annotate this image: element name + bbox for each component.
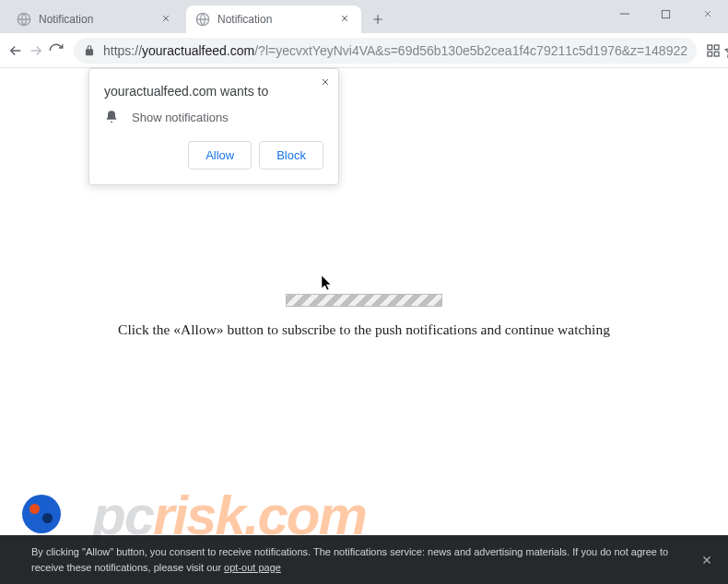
browser-tab-active[interactable]: Notification xyxy=(186,6,361,33)
back-button[interactable] xyxy=(7,37,24,64)
page-content: youractualfeed.com wants to Show notific… xyxy=(0,68,728,584)
extensions-button[interactable] xyxy=(706,38,721,64)
url-host: youractualfeed.com xyxy=(142,43,254,58)
bell-icon xyxy=(104,110,132,124)
forward-button[interactable] xyxy=(28,37,44,64)
browser-toolbar: https://youractualfeed.com/?l=yecvxtYeyN… xyxy=(0,33,728,68)
svg-rect-6 xyxy=(714,52,719,56)
svg-rect-4 xyxy=(714,45,719,50)
progress-bar xyxy=(286,294,442,307)
browser-tab-strip: Notification Notification xyxy=(0,0,728,33)
cursor-icon xyxy=(321,274,334,293)
reload-button[interactable] xyxy=(48,37,65,64)
new-tab-button[interactable] xyxy=(365,6,391,32)
block-button[interactable]: Block xyxy=(259,141,323,169)
window-minimize-button[interactable] xyxy=(604,0,645,28)
tab-title: Notification xyxy=(217,13,334,26)
permission-item: Show notifications xyxy=(132,111,229,124)
allow-button[interactable]: Allow xyxy=(188,141,252,169)
consent-text: By clicking "Allow" button, you consent … xyxy=(31,546,668,573)
instruction-text: Click the «Allow» button to subscribe to… xyxy=(0,321,728,338)
opt-out-link[interactable]: opt-out page xyxy=(224,562,281,573)
permission-prompt: youractualfeed.com wants to Show notific… xyxy=(88,68,339,185)
close-icon[interactable] xyxy=(339,13,352,26)
close-icon[interactable] xyxy=(320,76,331,88)
url-path: /?l=yecvxtYeyNvi4VA&s=69d56b130e5b2cea1f… xyxy=(254,43,687,58)
svg-rect-3 xyxy=(708,45,712,50)
address-bar[interactable]: https://youractualfeed.com/?l=yecvxtYeyN… xyxy=(74,38,697,64)
window-maximize-button[interactable] xyxy=(645,0,687,28)
svg-rect-5 xyxy=(708,52,712,56)
window-close-button[interactable] xyxy=(687,0,728,28)
permission-title: youractualfeed.com wants to xyxy=(104,84,323,99)
close-icon[interactable] xyxy=(700,554,713,566)
tab-title: Notification xyxy=(39,13,155,26)
browser-tab[interactable]: Notification xyxy=(7,6,182,33)
globe-icon xyxy=(195,12,210,27)
url-protocol: https:// xyxy=(103,43,142,58)
lock-icon xyxy=(83,44,96,57)
svg-rect-2 xyxy=(662,10,669,18)
bookmark-button[interactable] xyxy=(724,38,728,64)
close-icon[interactable] xyxy=(160,13,173,26)
globe-icon xyxy=(17,12,31,27)
logo-bubble-icon xyxy=(22,495,61,533)
consent-bar: By clicking "Allow" button, you consent … xyxy=(0,535,728,584)
